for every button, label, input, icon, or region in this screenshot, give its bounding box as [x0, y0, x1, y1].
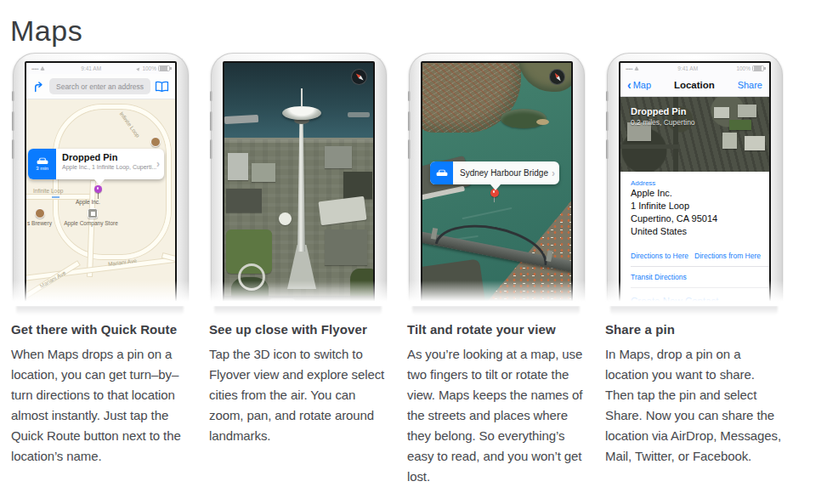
- phone-screenshot-quick-route: ••••• 9:41 AM 100%: [10, 53, 190, 306]
- feature-quick-route: ••••• 9:41 AM 100%: [10, 53, 190, 487]
- iphone-bezel: ••••• 9:41 AM 100%: [13, 53, 189, 306]
- flyover-3d-button[interactable]: [269, 298, 295, 306]
- screen-satellite-view: Sydney Harbour Bridge ›: [421, 61, 573, 306]
- poi-dot-icon[interactable]: [150, 137, 161, 147]
- mute-switch: [606, 91, 609, 101]
- search-placeholder: Search or enter an address: [56, 82, 144, 91]
- space-needle-antenna: [301, 88, 303, 107]
- status-bar: ••••• 9:41 AM 100%: [620, 63, 769, 74]
- status-time: 9:41 AM: [677, 65, 698, 71]
- apple-store-poi-icon[interactable]: [88, 208, 98, 218]
- directions-to-here-link[interactable]: Directions to Here: [631, 252, 688, 260]
- address-line: 1 Infinite Loop: [631, 200, 769, 212]
- quick-route-button[interactable]: 3 min: [28, 149, 56, 179]
- building: [325, 146, 352, 168]
- directions-arrow-icon[interactable]: [32, 80, 45, 93]
- car-icon: [436, 169, 448, 177]
- volume-down-button: [210, 139, 212, 159]
- volume-up-button: [408, 111, 411, 131]
- compass-icon[interactable]: [351, 69, 367, 85]
- signal-dots-icon: •••••: [626, 66, 632, 71]
- building: [228, 153, 248, 180]
- phone-reflection: [16, 306, 184, 316]
- feature-share-pin: ••••• 9:41 AM 100% ‹: [604, 53, 784, 487]
- building: [745, 136, 765, 150]
- callout-pointer: [94, 179, 105, 185]
- building: [738, 105, 756, 117]
- maps-feature-page: Maps ••••• 9:41 AM: [0, 14, 827, 504]
- drive-time-label: 3 min: [36, 166, 48, 171]
- car-icon: [37, 157, 48, 165]
- phone-reflection: [412, 306, 580, 316]
- flyover-seattle-image[interactable]: i: [224, 63, 373, 306]
- wifi-icon: [40, 66, 45, 71]
- volume-down-button: [408, 139, 411, 159]
- status-time: 9:41 AM: [81, 65, 101, 71]
- building: [722, 133, 737, 149]
- battery-group: 100%: [736, 65, 764, 72]
- feature-body: As you’re looking at a map, use two fing…: [407, 344, 588, 487]
- bridge-callout[interactable]: Sydney Harbour Bridge ›: [430, 161, 559, 184]
- mute-switch: [210, 91, 212, 101]
- battery-percent: 100%: [142, 65, 156, 71]
- feature-heading: Tilt and rotate your view: [407, 322, 586, 337]
- boat-wake: [462, 207, 512, 219]
- signal-group: •••••: [626, 66, 639, 71]
- address-line: Apple Inc.: [631, 187, 769, 200]
- callout-detail-button[interactable]: ›: [156, 149, 164, 179]
- action-links: Directions to Here Directions from Here …: [631, 246, 769, 306]
- callout-text: Dropped Pin Apple Inc., 1 Infinite Loop,…: [56, 149, 156, 179]
- share-button[interactable]: [316, 301, 329, 307]
- back-button[interactable]: ‹ Map: [627, 79, 651, 91]
- share-button[interactable]: Share: [738, 80, 762, 90]
- building: [343, 172, 372, 199]
- callout-title: Dropped Pin: [62, 152, 155, 162]
- phone-reflection: [214, 306, 382, 316]
- infinite-loop-road: [54, 105, 171, 259]
- volume-up-button: [12, 111, 14, 131]
- phone-screenshot-flyover: i: [208, 53, 388, 306]
- brewery-poi-icon[interactable]: [35, 208, 45, 218]
- chevron-right-icon: ›: [552, 168, 555, 178]
- building: [714, 107, 729, 118]
- iphone-bezel: i: [211, 53, 387, 306]
- satellite-map-thumbnail[interactable]: Dropped Pin 0.2 miles, Cupertino: [620, 97, 769, 172]
- poi-label: Apple Company Store: [64, 220, 118, 226]
- land-mass: [422, 258, 487, 306]
- callout-detail-button[interactable]: ›: [552, 161, 559, 184]
- sydney-harbour-image[interactable]: Sydney Harbour Bridge ›: [422, 63, 571, 306]
- battery-icon: [158, 65, 170, 72]
- poi-label: s Brewery: [27, 220, 52, 226]
- compass-icon[interactable]: [549, 69, 565, 85]
- space-needle-saucer: [282, 106, 321, 120]
- road: [26, 262, 79, 306]
- feature-body: In Maps, drop a pin on a location you wa…: [605, 344, 786, 467]
- battery-percent: 100%: [736, 65, 751, 71]
- pier: [348, 112, 370, 117]
- parking-lot: [325, 229, 367, 265]
- iphone-bezel: ••••• 9:41 AM 100% ‹: [607, 53, 783, 306]
- dropped-pin-callout[interactable]: 3 min Dropped Pin Apple Inc., 1 Infinite…: [28, 149, 164, 179]
- directions-from-here-link[interactable]: Directions from Here: [694, 252, 761, 260]
- create-new-contact-link[interactable]: Create New Contact: [631, 288, 769, 306]
- plaza-circle: [238, 263, 265, 291]
- volume-down-button: [12, 139, 14, 159]
- signal-group: •••••: [31, 66, 45, 71]
- callout-subtitle: Apple Inc., 1 Infinite Loop, Cuperti...: [62, 164, 155, 170]
- quick-route-button[interactable]: [430, 161, 453, 184]
- map-view[interactable]: Infinite Loop Infinite Loop Mariani Ave …: [26, 99, 175, 306]
- search-input[interactable]: Search or enter an address: [49, 78, 150, 94]
- feature-body: When Maps drops a pin on a location, you…: [11, 344, 192, 467]
- address-line: Cupertino, CA 95014: [631, 212, 769, 225]
- chevron-left-icon: ‹: [627, 79, 632, 91]
- road-marker: [52, 196, 59, 198]
- bookmarks-icon[interactable]: [155, 81, 169, 93]
- screen-location-details: ••••• 9:41 AM 100% ‹: [619, 61, 771, 306]
- phone-screenshot-tilt-rotate: Sydney Harbour Bridge ›: [406, 53, 586, 306]
- back-label: Map: [633, 80, 651, 90]
- transit-directions-link[interactable]: Transit Directions: [631, 267, 769, 288]
- info-button[interactable]: i: [350, 301, 363, 306]
- island-beach: [536, 119, 549, 125]
- current-location-button[interactable]: [235, 301, 248, 306]
- maps-toolbar: Search or enter an address: [26, 74, 175, 99]
